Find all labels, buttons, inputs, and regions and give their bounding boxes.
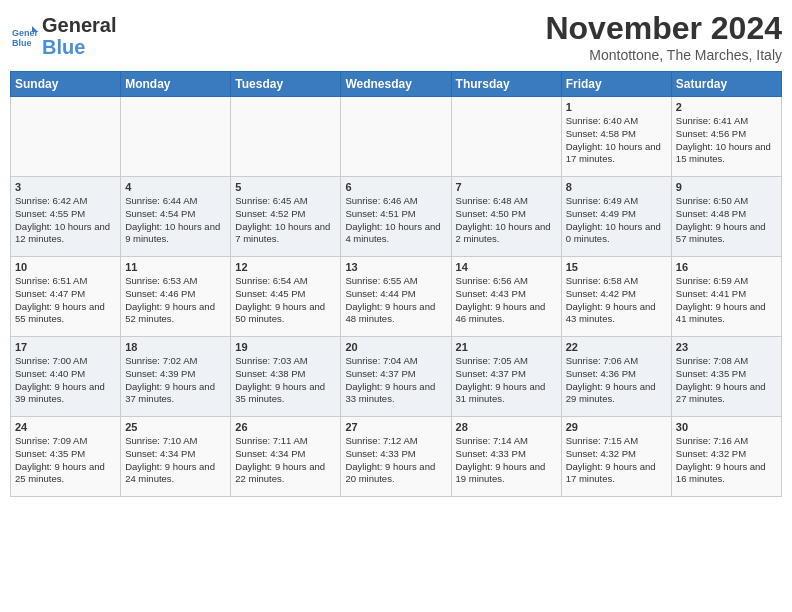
day-number: 9 — [676, 181, 777, 193]
calendar-cell: 25Sunrise: 7:10 AMSunset: 4:34 PMDayligh… — [121, 417, 231, 497]
calendar-cell — [451, 97, 561, 177]
day-header-wednesday: Wednesday — [341, 72, 451, 97]
calendar-cell: 2Sunrise: 6:41 AMSunset: 4:56 PMDaylight… — [671, 97, 781, 177]
day-number: 14 — [456, 261, 557, 273]
day-info: Sunrise: 7:14 AMSunset: 4:33 PMDaylight:… — [456, 435, 557, 486]
day-info: Sunrise: 6:41 AMSunset: 4:56 PMDaylight:… — [676, 115, 777, 166]
day-info: Sunrise: 7:08 AMSunset: 4:35 PMDaylight:… — [676, 355, 777, 406]
day-number: 17 — [15, 341, 116, 353]
calendar-cell: 23Sunrise: 7:08 AMSunset: 4:35 PMDayligh… — [671, 337, 781, 417]
calendar-cell: 7Sunrise: 6:48 AMSunset: 4:50 PMDaylight… — [451, 177, 561, 257]
calendar-cell — [341, 97, 451, 177]
calendar-cell: 30Sunrise: 7:16 AMSunset: 4:32 PMDayligh… — [671, 417, 781, 497]
calendar-cell: 12Sunrise: 6:54 AMSunset: 4:45 PMDayligh… — [231, 257, 341, 337]
logo: General Blue GeneralBlue — [10, 14, 116, 58]
logo-blue: Blue — [42, 36, 85, 58]
day-number: 10 — [15, 261, 116, 273]
calendar-cell — [231, 97, 341, 177]
day-number: 24 — [15, 421, 116, 433]
day-info: Sunrise: 6:50 AMSunset: 4:48 PMDaylight:… — [676, 195, 777, 246]
calendar-cell: 26Sunrise: 7:11 AMSunset: 4:34 PMDayligh… — [231, 417, 341, 497]
calendar-cell: 20Sunrise: 7:04 AMSunset: 4:37 PMDayligh… — [341, 337, 451, 417]
calendar-cell: 8Sunrise: 6:49 AMSunset: 4:49 PMDaylight… — [561, 177, 671, 257]
day-number: 27 — [345, 421, 446, 433]
day-info: Sunrise: 7:03 AMSunset: 4:38 PMDaylight:… — [235, 355, 336, 406]
calendar-cell: 24Sunrise: 7:09 AMSunset: 4:35 PMDayligh… — [11, 417, 121, 497]
day-info: Sunrise: 6:44 AMSunset: 4:54 PMDaylight:… — [125, 195, 226, 246]
calendar-cell: 18Sunrise: 7:02 AMSunset: 4:39 PMDayligh… — [121, 337, 231, 417]
calendar-cell: 16Sunrise: 6:59 AMSunset: 4:41 PMDayligh… — [671, 257, 781, 337]
calendar-cell: 29Sunrise: 7:15 AMSunset: 4:32 PMDayligh… — [561, 417, 671, 497]
day-info: Sunrise: 7:06 AMSunset: 4:36 PMDaylight:… — [566, 355, 667, 406]
day-number: 2 — [676, 101, 777, 113]
day-info: Sunrise: 7:05 AMSunset: 4:37 PMDaylight:… — [456, 355, 557, 406]
calendar-cell: 3Sunrise: 6:42 AMSunset: 4:55 PMDaylight… — [11, 177, 121, 257]
calendar-cell: 28Sunrise: 7:14 AMSunset: 4:33 PMDayligh… — [451, 417, 561, 497]
calendar-cell — [121, 97, 231, 177]
day-number: 15 — [566, 261, 667, 273]
day-header-friday: Friday — [561, 72, 671, 97]
day-info: Sunrise: 7:16 AMSunset: 4:32 PMDaylight:… — [676, 435, 777, 486]
week-row-5: 24Sunrise: 7:09 AMSunset: 4:35 PMDayligh… — [11, 417, 782, 497]
day-number: 7 — [456, 181, 557, 193]
day-info: Sunrise: 6:48 AMSunset: 4:50 PMDaylight:… — [456, 195, 557, 246]
day-info: Sunrise: 7:10 AMSunset: 4:34 PMDaylight:… — [125, 435, 226, 486]
day-number: 13 — [345, 261, 446, 273]
day-header-tuesday: Tuesday — [231, 72, 341, 97]
week-row-4: 17Sunrise: 7:00 AMSunset: 4:40 PMDayligh… — [11, 337, 782, 417]
day-number: 1 — [566, 101, 667, 113]
day-info: Sunrise: 6:53 AMSunset: 4:46 PMDaylight:… — [125, 275, 226, 326]
calendar-cell: 17Sunrise: 7:00 AMSunset: 4:40 PMDayligh… — [11, 337, 121, 417]
day-header-thursday: Thursday — [451, 72, 561, 97]
day-number: 25 — [125, 421, 226, 433]
day-number: 8 — [566, 181, 667, 193]
day-info: Sunrise: 7:11 AMSunset: 4:34 PMDaylight:… — [235, 435, 336, 486]
calendar-cell: 6Sunrise: 6:46 AMSunset: 4:51 PMDaylight… — [341, 177, 451, 257]
day-number: 18 — [125, 341, 226, 353]
day-header-monday: Monday — [121, 72, 231, 97]
day-info: Sunrise: 6:55 AMSunset: 4:44 PMDaylight:… — [345, 275, 446, 326]
day-info: Sunrise: 6:58 AMSunset: 4:42 PMDaylight:… — [566, 275, 667, 326]
day-number: 30 — [676, 421, 777, 433]
day-number: 20 — [345, 341, 446, 353]
calendar-table: SundayMondayTuesdayWednesdayThursdayFrid… — [10, 71, 782, 497]
day-number: 28 — [456, 421, 557, 433]
day-number: 4 — [125, 181, 226, 193]
day-header-sunday: Sunday — [11, 72, 121, 97]
day-number: 6 — [345, 181, 446, 193]
day-info: Sunrise: 6:46 AMSunset: 4:51 PMDaylight:… — [345, 195, 446, 246]
day-number: 12 — [235, 261, 336, 273]
day-info: Sunrise: 7:12 AMSunset: 4:33 PMDaylight:… — [345, 435, 446, 486]
day-number: 26 — [235, 421, 336, 433]
day-number: 11 — [125, 261, 226, 273]
day-info: Sunrise: 6:54 AMSunset: 4:45 PMDaylight:… — [235, 275, 336, 326]
day-header-saturday: Saturday — [671, 72, 781, 97]
header: General Blue GeneralBlue November 2024 M… — [10, 10, 782, 63]
calendar-cell: 19Sunrise: 7:03 AMSunset: 4:38 PMDayligh… — [231, 337, 341, 417]
day-number: 16 — [676, 261, 777, 273]
day-info: Sunrise: 6:59 AMSunset: 4:41 PMDaylight:… — [676, 275, 777, 326]
calendar-cell: 1Sunrise: 6:40 AMSunset: 4:58 PMDaylight… — [561, 97, 671, 177]
day-info: Sunrise: 7:09 AMSunset: 4:35 PMDaylight:… — [15, 435, 116, 486]
calendar-cell: 9Sunrise: 6:50 AMSunset: 4:48 PMDaylight… — [671, 177, 781, 257]
month-title: November 2024 — [545, 10, 782, 47]
day-info: Sunrise: 6:40 AMSunset: 4:58 PMDaylight:… — [566, 115, 667, 166]
day-info: Sunrise: 7:00 AMSunset: 4:40 PMDaylight:… — [15, 355, 116, 406]
calendar-cell: 15Sunrise: 6:58 AMSunset: 4:42 PMDayligh… — [561, 257, 671, 337]
day-info: Sunrise: 6:45 AMSunset: 4:52 PMDaylight:… — [235, 195, 336, 246]
week-row-1: 1Sunrise: 6:40 AMSunset: 4:58 PMDaylight… — [11, 97, 782, 177]
logo-text: GeneralBlue — [42, 14, 116, 58]
header-row: SundayMondayTuesdayWednesdayThursdayFrid… — [11, 72, 782, 97]
calendar-cell: 4Sunrise: 6:44 AMSunset: 4:54 PMDaylight… — [121, 177, 231, 257]
calendar-cell: 27Sunrise: 7:12 AMSunset: 4:33 PMDayligh… — [341, 417, 451, 497]
day-number: 3 — [15, 181, 116, 193]
day-info: Sunrise: 6:56 AMSunset: 4:43 PMDaylight:… — [456, 275, 557, 326]
day-number: 29 — [566, 421, 667, 433]
calendar-cell — [11, 97, 121, 177]
week-row-2: 3Sunrise: 6:42 AMSunset: 4:55 PMDaylight… — [11, 177, 782, 257]
day-info: Sunrise: 6:51 AMSunset: 4:47 PMDaylight:… — [15, 275, 116, 326]
day-info: Sunrise: 6:49 AMSunset: 4:49 PMDaylight:… — [566, 195, 667, 246]
day-info: Sunrise: 7:04 AMSunset: 4:37 PMDaylight:… — [345, 355, 446, 406]
calendar-cell: 21Sunrise: 7:05 AMSunset: 4:37 PMDayligh… — [451, 337, 561, 417]
svg-text:Blue: Blue — [12, 38, 32, 48]
